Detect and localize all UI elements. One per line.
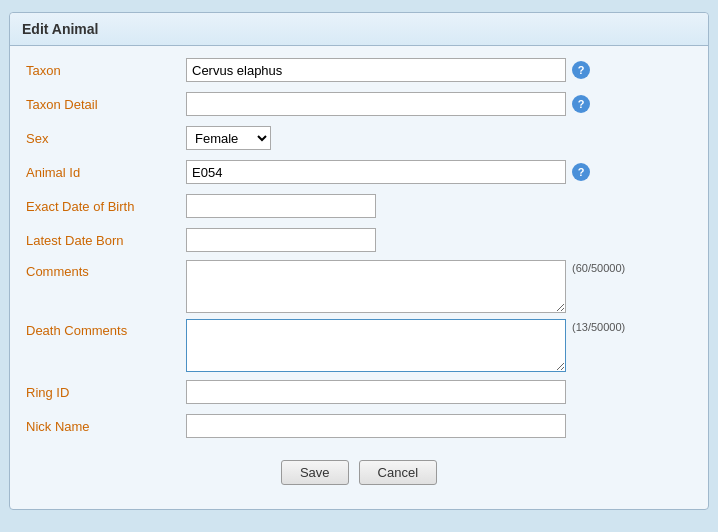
taxon-detail-row: Taxon Detail ? bbox=[26, 90, 692, 118]
taxon-detail-label: Taxon Detail bbox=[26, 97, 186, 112]
form-body: Taxon ? Taxon Detail ? Sex Female Male U… bbox=[10, 46, 708, 509]
taxon-label: Taxon bbox=[26, 63, 186, 78]
taxon-detail-help-icon[interactable]: ? bbox=[572, 95, 590, 113]
sex-row: Sex Female Male Unknown bbox=[26, 124, 692, 152]
nick-name-input[interactable] bbox=[186, 414, 566, 438]
animal-id-row: Animal Id ? bbox=[26, 158, 692, 186]
sex-select[interactable]: Female Male Unknown bbox=[186, 126, 271, 150]
ring-id-label: Ring ID bbox=[26, 385, 186, 400]
exact-dob-row: Exact Date of Birth bbox=[26, 192, 692, 220]
exact-dob-label: Exact Date of Birth bbox=[26, 199, 186, 214]
comments-label: Comments bbox=[26, 264, 186, 279]
dialog-title: Edit Animal bbox=[10, 13, 708, 46]
comments-row: Comments (60/50000) bbox=[26, 260, 692, 313]
save-button[interactable]: Save bbox=[281, 460, 349, 485]
animal-id-help-icon[interactable]: ? bbox=[572, 163, 590, 181]
taxon-detail-input[interactable] bbox=[186, 92, 566, 116]
cancel-button[interactable]: Cancel bbox=[359, 460, 437, 485]
sex-control: Female Male Unknown bbox=[186, 126, 692, 150]
death-comments-textarea[interactable] bbox=[186, 319, 566, 372]
ring-id-input[interactable] bbox=[186, 380, 566, 404]
comments-textarea[interactable] bbox=[186, 260, 566, 313]
death-comments-control: (13/50000) bbox=[186, 319, 692, 372]
taxon-help-icon[interactable]: ? bbox=[572, 61, 590, 79]
ring-id-control bbox=[186, 380, 692, 404]
animal-id-label: Animal Id bbox=[26, 165, 186, 180]
latest-date-born-control bbox=[186, 228, 692, 252]
taxon-row: Taxon ? bbox=[26, 56, 692, 84]
nick-name-label: Nick Name bbox=[26, 419, 186, 434]
death-comments-char-count: (13/50000) bbox=[572, 321, 625, 333]
taxon-control: ? bbox=[186, 58, 692, 82]
button-row: Save Cancel bbox=[26, 460, 692, 493]
exact-dob-control bbox=[186, 194, 692, 218]
taxon-detail-control: ? bbox=[186, 92, 692, 116]
death-comments-row: Death Comments (13/50000) bbox=[26, 319, 692, 372]
latest-date-born-input[interactable] bbox=[186, 228, 376, 252]
ring-id-row: Ring ID bbox=[26, 378, 692, 406]
latest-date-born-label: Latest Date Born bbox=[26, 233, 186, 248]
exact-dob-input[interactable] bbox=[186, 194, 376, 218]
sex-label: Sex bbox=[26, 131, 186, 146]
comments-char-count: (60/50000) bbox=[572, 262, 625, 274]
latest-date-born-row: Latest Date Born bbox=[26, 226, 692, 254]
taxon-input[interactable] bbox=[186, 58, 566, 82]
animal-id-control: ? bbox=[186, 160, 692, 184]
death-comments-label: Death Comments bbox=[26, 323, 186, 338]
edit-animal-dialog: Edit Animal Taxon ? Taxon Detail ? Sex F… bbox=[9, 12, 709, 510]
comments-control: (60/50000) bbox=[186, 260, 692, 313]
animal-id-input[interactable] bbox=[186, 160, 566, 184]
nick-name-row: Nick Name bbox=[26, 412, 692, 440]
nick-name-control bbox=[186, 414, 692, 438]
